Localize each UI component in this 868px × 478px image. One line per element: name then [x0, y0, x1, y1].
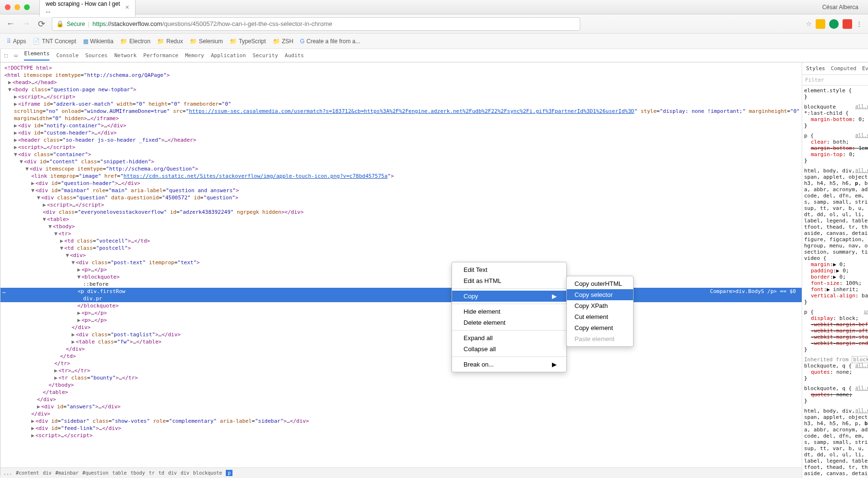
star-icon[interactable]: ☆: [806, 20, 812, 27]
ctx-copy[interactable]: Copy▶: [452, 291, 566, 302]
tab-memory[interactable]: Memory: [185, 52, 204, 59]
bookmark-tnt[interactable]: 📄TNT Concept: [33, 38, 76, 45]
bookmark-create-file[interactable]: GCreate a file from a...: [300, 38, 360, 45]
selected-element[interactable]: …<p div.firstRowCompare>div.BodyS /p> ==…: [0, 288, 802, 295]
tab-security[interactable]: Security: [253, 52, 278, 59]
styles-filter[interactable]: Filter :hov.cls+: [802, 75, 868, 86]
browser-window: web scraping - How can I get ... × César…: [0, 0, 868, 478]
tab-console[interactable]: Console: [56, 52, 78, 59]
styles-content[interactable]: element.style {} all.css?v=2801b67ebf0b:…: [802, 86, 868, 478]
ctx-hide[interactable]: Hide element: [452, 306, 566, 317]
copy-xpath[interactable]: Copy XPath: [567, 300, 633, 311]
elements-panel[interactable]: <!DOCTYPE html> <html itemscope itemtype…: [0, 62, 802, 478]
forward-button[interactable]: →: [21, 19, 31, 29]
close-window[interactable]: [5, 4, 11, 10]
copy-element[interactable]: Copy element: [567, 322, 633, 333]
ctx-collapse[interactable]: Collapse all: [452, 343, 566, 355]
styles-tab-computed[interactable]: Computed: [831, 65, 856, 72]
maximize-window[interactable]: [24, 4, 30, 10]
devtools: ⬚ ▭ Elements Console Sources Network Per…: [0, 49, 868, 478]
tab-performance[interactable]: Performance: [143, 52, 178, 59]
content-area: Questions Developer Jobs DocumentationBE…: [0, 49, 868, 478]
copy-submenu: Copy outerHTML Copy selector Copy XPath …: [566, 276, 634, 347]
back-button[interactable]: ←: [6, 19, 15, 29]
lock-icon: 🔒: [56, 20, 64, 27]
cut-element[interactable]: Cut element: [567, 311, 633, 322]
ctx-expand[interactable]: Expand all: [452, 332, 566, 343]
ctx-delete[interactable]: Delete element: [452, 317, 566, 328]
paste-element: Paste element: [567, 333, 633, 344]
bookmark-selenium[interactable]: 📁Selenium: [190, 38, 223, 45]
styles-tabs: Styles Computed Event Listeners »: [802, 62, 868, 75]
styles-panel: Styles Computed Event Listeners » Filter…: [802, 62, 868, 478]
copy-outerhtml[interactable]: Copy outerHTML: [567, 278, 633, 289]
profile-name: César Alberca: [822, 4, 858, 11]
tab-application[interactable]: Application: [211, 52, 246, 59]
titlebar: web scraping - How can I get ... × César…: [0, 0, 868, 14]
url-input[interactable]: 🔒 Secure | https://stackoverflow.com/que…: [52, 17, 580, 31]
secure-label: Secure: [67, 21, 85, 27]
bookmark-zsh[interactable]: 📁ZSH: [273, 38, 293, 45]
styles-tab-events[interactable]: Event Listeners: [862, 65, 868, 72]
ctx-break[interactable]: Break on...▶: [452, 359, 566, 370]
bookmark-typescript[interactable]: 📁TypeScript: [230, 38, 266, 45]
window-controls: [5, 4, 30, 10]
devtools-tabs: ⬚ ▭ Elements Console Sources Network Per…: [0, 49, 868, 62]
copy-selector[interactable]: Copy selector: [567, 289, 633, 300]
ctx-edit-html[interactable]: Edit as HTML: [452, 275, 566, 286]
bookmarks-bar: ⠿Apps 📄TNT Concept ▦Wikientia 📁Electron …: [0, 34, 868, 49]
minimize-window[interactable]: [14, 4, 20, 10]
extension-1[interactable]: [816, 19, 825, 29]
reload-button[interactable]: ⟳: [37, 19, 46, 29]
styles-tab-styles[interactable]: Styles: [806, 65, 825, 72]
tab-audits[interactable]: Audits: [285, 52, 304, 59]
tab-sources[interactable]: Sources: [86, 52, 108, 59]
apps-button[interactable]: ⠿Apps: [7, 38, 26, 45]
devtools-body: <!DOCTYPE html> <html itemscope itemtype…: [0, 62, 868, 478]
element-breadcrumb: ... #content div #mainbar #question tabl…: [0, 467, 802, 478]
address-bar: ← → ⟳ 🔒 Secure | https://stackoverflow.c…: [0, 14, 868, 34]
bookmark-wikientia[interactable]: ▦Wikientia: [83, 38, 114, 45]
tab-elements[interactable]: Elements: [24, 50, 49, 61]
bookmark-electron[interactable]: 📁Electron: [120, 38, 150, 45]
close-tab-icon[interactable]: ×: [125, 3, 129, 11]
context-menu: Edit Text Edit as HTML Copy▶ Hide elemen…: [452, 262, 567, 372]
extension-3[interactable]: [843, 19, 852, 29]
browser-tab[interactable]: web scraping - How can I get ... ×: [39, 0, 135, 17]
chevron-right-icon: ▶: [552, 361, 557, 368]
menu-icon[interactable]: ⋮: [856, 20, 862, 27]
chevron-right-icon: ▶: [552, 293, 557, 300]
tab-network[interactable]: Network: [114, 52, 136, 59]
tab-title: web scraping - How can I get ...: [46, 0, 122, 14]
ctx-edit-text[interactable]: Edit Text: [452, 264, 566, 275]
device-icon[interactable]: ▭: [14, 52, 18, 59]
extension-2[interactable]: [829, 19, 839, 29]
url-text: https://stackoverflow.com/questions/4500…: [92, 20, 332, 27]
bookmark-redux[interactable]: 📁Redux: [157, 38, 183, 45]
toolbar-right: ☆ ⋮: [806, 19, 862, 29]
inspect-icon[interactable]: ⬚: [4, 52, 8, 59]
